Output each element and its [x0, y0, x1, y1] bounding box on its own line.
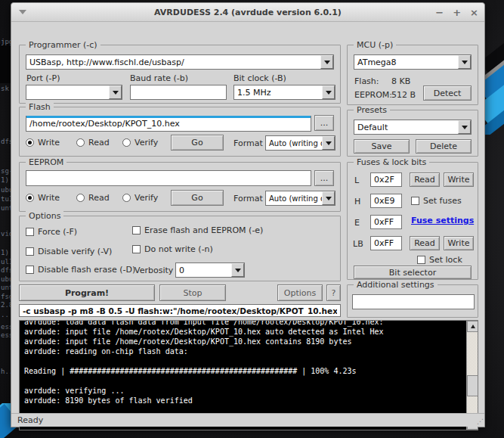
preset-delete-button[interactable]: Delete	[416, 139, 472, 154]
bitclock-label: Bit clock (-B)	[233, 73, 286, 83]
programmer-select[interactable]: USBasp, http://www.fischl.de/usbasp/	[26, 54, 334, 70]
chevron-down-icon[interactable]	[320, 55, 333, 69]
erase-checkbox[interactable]: Erase flash and EEPROM (-e)	[132, 225, 263, 235]
fuse-l-input[interactable]	[370, 172, 402, 187]
flash-write-radio[interactable]: Write	[26, 138, 60, 148]
eeprom-verify-radio[interactable]: Verify	[122, 193, 158, 203]
fuses-group: Fuses & lock bits L Read Write H Set fus…	[347, 162, 478, 280]
options-button[interactable]: Options	[277, 284, 323, 301]
fuses-write-button[interactable]: Write	[444, 172, 474, 187]
flash-read-radio[interactable]: Read	[76, 138, 110, 148]
eeprom-format-label: Format	[233, 194, 263, 203]
chevron-down-icon[interactable]	[109, 85, 122, 99]
verbosity-label: Verbosity	[135, 266, 173, 275]
chevron-down-icon[interactable]	[458, 55, 471, 69]
chevron-down-icon[interactable]	[458, 120, 471, 134]
lockbits-input[interactable]	[370, 236, 402, 250]
resize-grip-icon[interactable]: ⋰	[477, 418, 483, 425]
flash-format-select[interactable]: Auto (writing only)	[265, 135, 335, 151]
mcu-group-label: MCU (-p)	[354, 40, 396, 50]
checkbox-icon[interactable]	[26, 228, 34, 236]
checkbox-icon[interactable]	[132, 226, 141, 235]
fuse-h-input[interactable]	[370, 194, 402, 208]
fuse-settings-link[interactable]: Fuse settings	[411, 216, 474, 225]
checkbox-icon[interactable]	[26, 266, 34, 274]
radio-icon[interactable]	[76, 138, 85, 147]
radio-icon[interactable]	[122, 194, 131, 202]
additional-settings-input[interactable]	[352, 294, 475, 309]
program-button[interactable]: Program!	[19, 284, 155, 301]
presets-select[interactable]: Default	[354, 120, 472, 135]
mcu-group: MCU (-p) ATmega8 Flash: 8 KB EEPROM: 512…	[347, 45, 478, 105]
flash-browse-button[interactable]: ...	[314, 115, 334, 131]
checkbox-icon[interactable]	[417, 256, 425, 264]
eeprom-go-button[interactable]: Go	[171, 190, 224, 206]
lockbits-label: LB	[353, 239, 363, 249]
preset-save-button[interactable]: Save	[354, 139, 410, 154]
set-fuses-checkbox[interactable]: Set fuses	[411, 196, 462, 206]
eeprom-browse-button[interactable]: ...	[314, 170, 334, 186]
maximize-button[interactable]: +	[453, 8, 461, 17]
chevron-down-icon[interactable]	[322, 191, 335, 205]
console-line	[24, 356, 465, 366]
do-not-write-checkbox[interactable]: Do not write (-n)	[132, 244, 213, 254]
programmer-value: USBasp, http://www.fischl.de/usbasp/	[26, 57, 320, 67]
mcu-flash-label: Flash:	[354, 76, 379, 86]
flash-verify-radio[interactable]: Verify	[122, 138, 158, 148]
checkbox-icon[interactable]	[132, 245, 141, 253]
baud-input[interactable]	[130, 85, 227, 100]
fuses-read-button[interactable]: Read	[410, 172, 440, 187]
status-text: Ready	[17, 415, 43, 425]
flash-go-button[interactable]: Go	[171, 135, 224, 151]
detect-button[interactable]: Detect	[423, 85, 472, 101]
verbosity-select[interactable]: 0	[175, 262, 245, 278]
scrollbar-thumb[interactable]	[467, 375, 478, 396]
radio-icon[interactable]	[122, 138, 131, 147]
radio-icon[interactable]	[26, 194, 34, 202]
lock-write-button[interactable]: Write	[444, 236, 474, 250]
bitclock-select[interactable]: 1.5 MHz	[233, 85, 335, 100]
eeprom-read-radio[interactable]: Read	[76, 193, 110, 203]
help-button[interactable]: ?	[326, 284, 341, 301]
window-menu-icon[interactable]	[19, 10, 26, 14]
flash-file-input[interactable]	[26, 116, 311, 132]
mcu-select[interactable]: ATmega8	[354, 54, 472, 70]
disable-flash-erase-checkbox[interactable]: Disable flash erase (-D)	[26, 265, 135, 275]
fuse-e-input[interactable]	[370, 215, 402, 229]
port-label: Port (-P)	[26, 73, 60, 83]
radio-icon[interactable]	[26, 138, 34, 147]
console-line: avrdude: reading on-chip flash data:	[24, 346, 465, 356]
eeprom-write-radio[interactable]: Write	[26, 193, 60, 203]
eeprom-format-select[interactable]: Auto (writing only)	[265, 191, 335, 206]
checkbox-icon[interactable]	[26, 247, 34, 256]
mcu-eeprom-value: 512 B	[391, 90, 416, 100]
stop-button[interactable]: Stop	[159, 284, 226, 301]
window-title: AVRDUDESS 2.4 (avrdude version 6.0.1)	[11, 8, 484, 17]
status-bar: Ready ⋰	[11, 413, 484, 427]
chevron-down-icon[interactable]	[322, 85, 335, 99]
minimize-button[interactable]: −	[435, 8, 444, 17]
scroll-up-icon[interactable]	[467, 321, 478, 332]
chevron-down-icon[interactable]	[231, 263, 244, 277]
force-checkbox[interactable]: Force (-F)	[26, 227, 77, 237]
close-button[interactable]: ×	[470, 8, 478, 17]
programmer-group: Programmer (-c) USBasp, http://www.fisch…	[19, 45, 341, 104]
radio-icon[interactable]	[76, 194, 85, 202]
disable-verify-checkbox[interactable]: Disable verify (-V)	[26, 247, 112, 256]
eeprom-file-input[interactable]	[26, 170, 311, 186]
presets-group-label: Presets	[354, 105, 390, 115]
set-lock-checkbox[interactable]: Set lock	[417, 255, 462, 265]
lock-read-button[interactable]: Read	[410, 236, 440, 250]
additional-settings-group: Additional settings	[347, 284, 478, 318]
fuse-h-label: H	[354, 197, 360, 207]
chevron-down-icon[interactable]	[322, 136, 335, 150]
desktop-text-fragment: ..	[1, 311, 9, 318]
titlebar[interactable]: AVRDUDESS 2.4 (avrdude version 6.0.1) − …	[11, 3, 484, 22]
checkbox-icon[interactable]	[411, 197, 419, 205]
desktop-thumbnail	[0, 44, 11, 83]
eeprom-group-label: EEPROM	[26, 157, 66, 167]
port-select[interactable]	[26, 85, 122, 100]
bit-selector-button[interactable]: Bit selector	[354, 266, 472, 279]
mcu-flash-value: 8 KB	[391, 76, 410, 86]
cmdline-input[interactable]	[19, 304, 341, 317]
